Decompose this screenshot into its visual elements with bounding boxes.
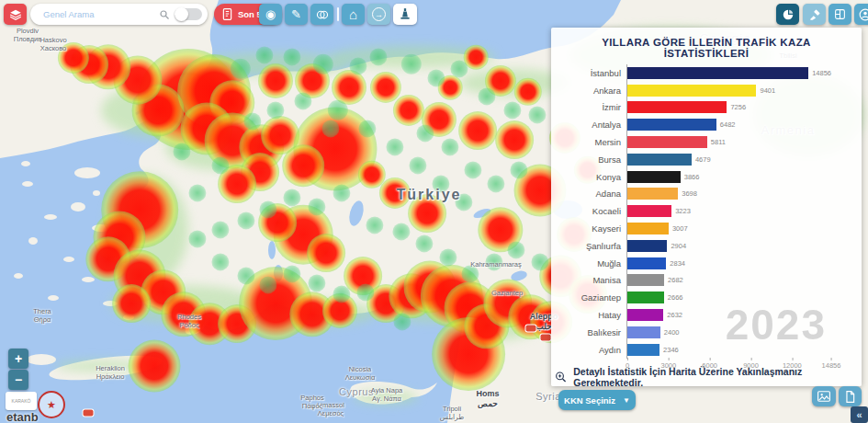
traffic-map-app: BulgariaPlovdiv ПловдивHaskovo ХасковоTü… [0, 0, 868, 423]
brush-icon [808, 8, 821, 21]
map-zoom-out-button[interactable]: − [8, 370, 28, 390]
chart-category-label: Ankara [551, 86, 626, 96]
location-button[interactable]: ◉ [259, 4, 282, 25]
chart-value-label: 3007 [672, 224, 688, 233]
chart-bar[interactable] [627, 326, 660, 338]
chart-bar[interactable] [627, 344, 659, 356]
chart-category-label: Balıkesir [551, 327, 626, 337]
map-zoom-in-button[interactable]: + [8, 349, 28, 369]
search-bar [30, 4, 208, 25]
file-icon [845, 391, 855, 403]
map-label: Haskovo Хасково [39, 36, 66, 52]
x-axis-tick: 0 [626, 361, 629, 370]
chart-bar[interactable] [627, 101, 727, 113]
chart-category-label: Aydın [551, 345, 626, 355]
chart-bar[interactable] [627, 154, 692, 166]
account-icon [859, 8, 868, 21]
map-label: Tripoli طرابلس [440, 405, 464, 421]
chart-bar[interactable] [627, 188, 678, 200]
chart-row: Ankara9401 [551, 82, 862, 99]
draw-button[interactable]: ✎ [285, 4, 308, 25]
chart-category-label: Mersin [551, 137, 626, 147]
chart-row: Şanlıurfa2904 [551, 237, 862, 255]
chart-bar[interactable] [627, 309, 663, 321]
heat-spot-red [495, 120, 534, 159]
chart-plot-area: 3698 [626, 186, 831, 203]
export-image-button[interactable] [812, 386, 836, 406]
chart-bar[interactable] [627, 274, 664, 286]
chart-plot-area: 5811 [626, 133, 831, 151]
collapse-panel-tab[interactable]: « [851, 406, 868, 423]
notebook-icon [222, 8, 232, 20]
map-label: Türkiye [397, 186, 462, 203]
chart-bar[interactable] [627, 85, 756, 97]
chart-bar[interactable] [627, 292, 664, 303]
x-axis-tick: 6000 [702, 361, 717, 370]
chart-bar[interactable] [627, 136, 707, 148]
chart-value-label: 2682 [668, 276, 683, 284]
top-toolbar: Son 5 yıl ◉ ✎ ⌂ → [0, 0, 868, 29]
blackspot-tower-button[interactable] [393, 4, 417, 25]
chart-plot-area: 2904 [626, 237, 831, 255]
agency-logo-text: KARAKÖ [12, 398, 31, 404]
search-icon[interactable] [159, 9, 170, 20]
chart-bar[interactable] [627, 257, 666, 269]
statistics-button[interactable] [776, 4, 799, 25]
chart-row: Kocaeli3223 [551, 202, 862, 220]
chart-plot-area: 2834 [626, 255, 831, 272]
chart-value-label: 2834 [670, 259, 685, 268]
chart-row: Bursa4679 [551, 151, 862, 168]
chart-value-label: 2400 [664, 328, 680, 337]
chart-value-label: 3223 [675, 207, 691, 215]
chart-category-label: Manisa [551, 275, 626, 285]
official-seal: ★ [38, 391, 65, 418]
layers-button[interactable] [4, 4, 27, 25]
chart-category-label: Bursa [551, 154, 626, 165]
chart-bar[interactable] [627, 171, 681, 183]
chart-bar[interactable] [627, 205, 671, 217]
chart-row: Adana3698 [551, 186, 862, 203]
zoom-in-icon [555, 371, 567, 383]
chart-value-label: 5811 [711, 138, 726, 146]
chart-bar[interactable] [627, 67, 808, 79]
chart-plot-area: 2682 [626, 272, 831, 290]
chart-plot-area: 3007 [626, 220, 831, 237]
city-label-fragment: etanb [6, 410, 39, 423]
map-label: Ayia Napa Αγ. Νάπα [371, 386, 402, 403]
chart-plot-area: 4679 [626, 151, 831, 168]
tower-icon [399, 7, 411, 21]
chart-bar[interactable] [627, 240, 667, 252]
account-button[interactable] [854, 4, 868, 25]
search-input[interactable] [41, 8, 159, 20]
chart-bar[interactable] [627, 223, 669, 234]
draw-icon: ✎ [291, 8, 301, 20]
chart-value-label: 14856 [812, 69, 831, 77]
search-toggle[interactable] [175, 8, 202, 20]
map-label: Cyprus [339, 386, 374, 398]
panels-button[interactable] [829, 4, 851, 25]
home-button[interactable]: ⌂ [342, 4, 365, 25]
toolbar-divider [337, 7, 339, 21]
layers-icon [9, 8, 22, 21]
chart-row: Kayseri3007 [551, 220, 862, 237]
chart-plot-area: 3223 [626, 202, 831, 220]
clear-button[interactable] [803, 4, 826, 25]
overlay-button[interactable] [310, 4, 333, 25]
heat-spot-red [129, 340, 181, 393]
image-icon [817, 391, 830, 402]
map-label: Thera Θήρα [33, 307, 51, 324]
chart-row: İzmir7256 [551, 99, 862, 117]
redirect-button[interactable]: → [367, 4, 390, 25]
map-label: Kahramanmaraş [470, 260, 521, 269]
chart-value-label: 3866 [684, 173, 700, 181]
chart-value-label: 2632 [667, 311, 682, 319]
map-label: Homs حمص [476, 389, 499, 409]
export-report-button[interactable] [839, 386, 862, 406]
chart-category-label: Konya [551, 172, 626, 182]
kkn-select-label: KKN Seçiniz [564, 395, 615, 406]
chart-category-label: İstanbul [551, 68, 626, 78]
chart-row: Muğla2834 [551, 255, 862, 272]
chart-bar[interactable] [627, 119, 716, 131]
kkn-select-dropdown[interactable]: KKN Seçiniz ▼ [558, 390, 636, 410]
chevrons-left-icon: « [856, 409, 862, 420]
